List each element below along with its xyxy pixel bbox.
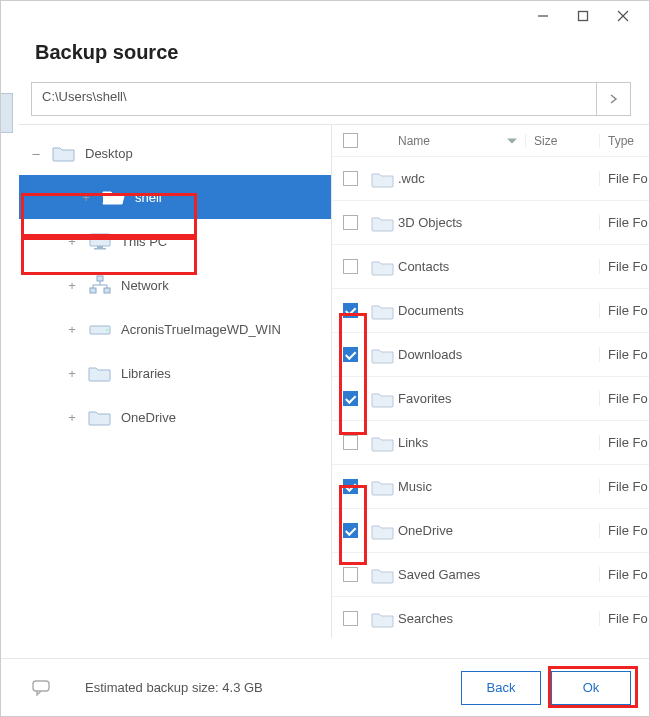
svg-rect-1 — [579, 12, 588, 21]
row-name: Contacts — [398, 259, 525, 274]
ok-button[interactable]: Ok — [551, 671, 631, 705]
row-checkbox[interactable] — [343, 523, 358, 538]
row-checkbox[interactable] — [343, 347, 358, 362]
minimize-button[interactable] — [523, 5, 563, 27]
tree-item[interactable]: AcronisTrueImageWD_WIN — [19, 307, 331, 351]
row-name: Favorites — [398, 391, 525, 406]
maximize-button[interactable] — [563, 5, 603, 27]
row-checkbox[interactable] — [343, 611, 358, 626]
expand-icon[interactable] — [65, 278, 79, 292]
path-input[interactable]: C:\Users\shell\ — [31, 82, 597, 116]
row-type: File Fo — [599, 523, 649, 538]
chevron-right-icon — [610, 94, 618, 104]
tree-item-label: AcronisTrueImageWD_WIN — [121, 322, 281, 337]
row-type: File Fo — [599, 171, 649, 186]
row-checkbox[interactable] — [343, 391, 358, 406]
folder-icon — [368, 214, 398, 232]
svg-rect-16 — [33, 681, 49, 691]
tree-item-label: OneDrive — [121, 410, 176, 425]
list-row[interactable]: DocumentsFile Fo — [332, 289, 649, 333]
speech-bubble-icon[interactable] — [29, 678, 55, 698]
row-type: File Fo — [599, 215, 649, 230]
list-header: Name Size Type — [332, 125, 649, 157]
folder-icon — [87, 363, 113, 383]
folder-open-icon — [101, 187, 127, 207]
tree-item[interactable]: OneDrive — [19, 395, 331, 439]
row-name: 3D Objects — [398, 215, 525, 230]
folder-icon — [368, 390, 398, 408]
list-row[interactable]: LinksFile Fo — [332, 421, 649, 465]
row-name: Links — [398, 435, 525, 450]
path-bar: C:\Users\shell\ — [31, 82, 631, 116]
collapse-icon[interactable] — [29, 146, 43, 160]
tree-item[interactable]: Libraries — [19, 351, 331, 395]
row-checkbox[interactable] — [343, 479, 358, 494]
expand-icon[interactable] — [65, 322, 79, 336]
tree-item[interactable]: This PC — [19, 219, 331, 263]
svg-point-15 — [106, 329, 108, 331]
row-type: File Fo — [599, 611, 649, 626]
list-row[interactable]: OneDriveFile Fo — [332, 509, 649, 553]
row-checkbox[interactable] — [343, 303, 358, 318]
folder-icon — [368, 522, 398, 540]
row-checkbox[interactable] — [343, 567, 358, 582]
network-icon — [87, 275, 113, 295]
row-name: Saved Games — [398, 567, 525, 582]
side-tab[interactable] — [1, 93, 13, 133]
folder-icon — [368, 610, 398, 628]
list-row[interactable]: DownloadsFile Fo — [332, 333, 649, 377]
path-go-button[interactable] — [597, 82, 631, 116]
back-button[interactable]: Back — [461, 671, 541, 705]
row-type: File Fo — [599, 567, 649, 582]
sort-caret-icon — [507, 138, 517, 143]
expand-icon[interactable] — [65, 410, 79, 424]
list-row[interactable]: FavoritesFile Fo — [332, 377, 649, 421]
folder-tree[interactable]: DesktopshellThis PCNetworkAcronisTrueIma… — [19, 124, 331, 638]
row-type: File Fo — [599, 303, 649, 318]
column-size[interactable]: Size — [525, 134, 599, 148]
list-row[interactable]: SearchesFile Fo — [332, 597, 649, 638]
estimated-size: Estimated backup size: 4.3 GB — [85, 680, 263, 695]
svg-rect-7 — [97, 276, 103, 281]
expand-icon[interactable] — [65, 234, 79, 248]
expand-icon[interactable] — [79, 190, 93, 204]
folder-icon — [368, 302, 398, 320]
folder-icon — [368, 258, 398, 276]
expand-icon[interactable] — [65, 366, 79, 380]
list-row[interactable]: MusicFile Fo — [332, 465, 649, 509]
drive-icon — [87, 319, 113, 339]
folder-icon — [368, 170, 398, 188]
row-checkbox[interactable] — [343, 435, 358, 450]
list-row[interactable]: Saved GamesFile Fo — [332, 553, 649, 597]
tree-item[interactable]: Network — [19, 263, 331, 307]
column-type[interactable]: Type — [599, 134, 649, 148]
svg-rect-6 — [94, 248, 106, 250]
svg-rect-9 — [104, 288, 110, 293]
row-checkbox[interactable] — [343, 171, 358, 186]
row-type: File Fo — [599, 259, 649, 274]
row-type: File Fo — [599, 391, 649, 406]
column-name[interactable]: Name — [398, 134, 525, 148]
row-checkbox[interactable] — [343, 259, 358, 274]
row-name: OneDrive — [398, 523, 525, 538]
page-title: Backup source — [35, 41, 619, 64]
row-name: .wdc — [398, 171, 525, 186]
folder-icon — [87, 407, 113, 427]
list-row[interactable]: 3D ObjectsFile Fo — [332, 201, 649, 245]
list-row[interactable]: .wdcFile Fo — [332, 157, 649, 201]
folder-icon — [368, 566, 398, 584]
tree-item-label: This PC — [121, 234, 167, 249]
svg-rect-8 — [90, 288, 96, 293]
svg-rect-4 — [90, 234, 110, 246]
close-button[interactable] — [603, 5, 643, 27]
tree-item[interactable]: Desktop — [19, 131, 331, 175]
list-row[interactable]: ContactsFile Fo — [332, 245, 649, 289]
file-list: Name Size Type .wdcFile Fo3D ObjectsFile… — [331, 124, 649, 638]
window-controls — [1, 1, 649, 31]
tree-item-label: Network — [121, 278, 169, 293]
row-name: Documents — [398, 303, 525, 318]
header-checkbox[interactable] — [332, 133, 368, 148]
row-checkbox[interactable] — [343, 215, 358, 230]
tree-item-label: Desktop — [85, 146, 133, 161]
tree-item[interactable]: shell — [19, 175, 331, 219]
